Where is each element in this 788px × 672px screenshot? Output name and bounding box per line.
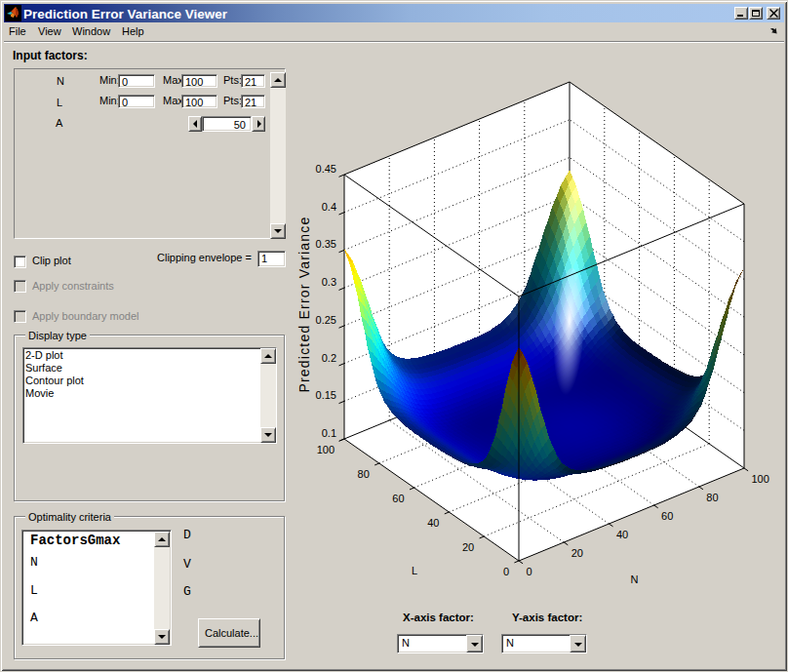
svg-text:0.25: 0.25: [316, 314, 336, 326]
svg-text:0: 0: [503, 566, 509, 577]
svg-text:0.1: 0.1: [322, 427, 336, 439]
svg-text:0.4: 0.4: [322, 201, 336, 213]
svg-text:60: 60: [661, 510, 673, 522]
svg-text:L: L: [412, 565, 417, 576]
svg-text:0.35: 0.35: [316, 238, 336, 250]
svg-text:0.2: 0.2: [322, 352, 336, 364]
svg-text:80: 80: [706, 492, 718, 503]
svg-text:0.45: 0.45: [316, 163, 336, 175]
svg-text:100: 100: [752, 473, 769, 485]
svg-text:100: 100: [317, 444, 335, 455]
svg-text:0: 0: [527, 566, 532, 577]
svg-text:40: 40: [616, 529, 628, 540]
svg-text:20: 20: [571, 547, 583, 559]
svg-text:40: 40: [427, 517, 439, 529]
svg-text:N: N: [631, 573, 639, 585]
svg-text:0.3: 0.3: [322, 276, 336, 288]
svg-text:60: 60: [392, 493, 404, 504]
svg-text:80: 80: [358, 468, 370, 480]
svg-text:20: 20: [462, 541, 474, 553]
svg-text:Predicted Error Variance: Predicted Error Variance: [296, 216, 312, 392]
svg-text:0.15: 0.15: [316, 389, 336, 401]
